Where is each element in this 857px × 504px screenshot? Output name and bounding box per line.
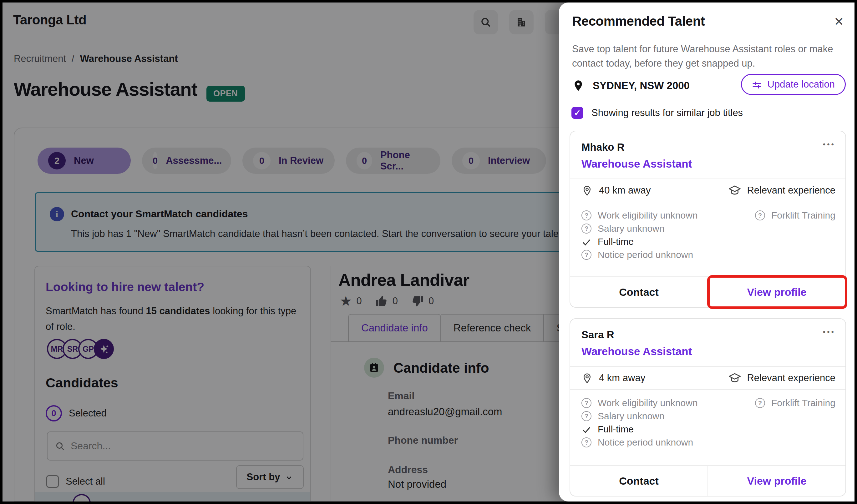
candidate-avatar — [72, 494, 91, 502]
tab-count-badge: 0 — [153, 152, 158, 170]
divider — [570, 389, 845, 390]
detail-item: ?Work eligibility unknown — [582, 397, 698, 410]
talent-role-link[interactable]: Warehouse Assistant — [582, 158, 692, 170]
detail-item: ?Notice period unknown — [582, 248, 698, 261]
tab-count-badge: 0 — [356, 152, 372, 170]
candidate-list-item[interactable] — [35, 492, 310, 502]
check-icon — [582, 424, 591, 435]
candidate-info-icon — [364, 358, 384, 378]
pipeline-tab-phone-screen[interactable]: 0 Phone Scr... — [346, 147, 440, 174]
search-input[interactable] — [71, 440, 271, 452]
star-icon[interactable]: ★ — [340, 295, 352, 307]
tab-label: In Review — [279, 155, 323, 166]
breadcrumb: Recruitment / Warehouse Assistant — [14, 53, 178, 65]
sort-by-button[interactable]: Sort by — [236, 465, 304, 489]
talent-meta-row: 4 km away Relevant experience — [570, 367, 845, 389]
organisation-button[interactable] — [509, 10, 534, 34]
question-icon: ? — [582, 398, 591, 408]
email-value: andreaslu20@gmail.com — [388, 406, 502, 418]
question-icon: ? — [582, 437, 591, 447]
question-icon: ? — [582, 224, 591, 233]
drawer-description-line2: contact today, before they get snapped u… — [572, 56, 833, 71]
detail-text: Salary unknown — [598, 411, 664, 421]
thumb-down-icon[interactable] — [411, 295, 424, 308]
update-location-button[interactable]: Update location — [741, 74, 846, 95]
tab-label: New — [74, 155, 94, 166]
similar-titles-checkbox[interactable]: ✓ — [571, 107, 583, 119]
candidates-heading: Candidates — [46, 375, 118, 390]
talent-role-link[interactable]: Warehouse Assistant — [582, 345, 692, 358]
similar-titles-row[interactable]: ✓ Showing results for similar job titles — [571, 107, 743, 119]
tab-label: Interview — [488, 155, 530, 166]
location-row: SYDNEY, NSW 2000 — [572, 80, 690, 92]
search-icon — [480, 17, 491, 28]
detail-text: Notice period unknown — [598, 249, 693, 260]
search-icon — [55, 441, 65, 451]
detail-item: ?Salary unknown — [582, 222, 698, 235]
global-search-button[interactable] — [473, 10, 498, 34]
selected-label: Selected — [69, 408, 107, 419]
hire-talent-body: SmartMatch has found 15 candidates looki… — [46, 303, 302, 334]
more-options-icon[interactable]: ••• — [823, 328, 836, 336]
detail-text: Forklift Training — [771, 398, 836, 408]
detail-item: Full-time — [582, 235, 698, 248]
check-icon — [582, 236, 591, 247]
building-icon — [516, 17, 527, 28]
talent-meta-row: 40 km away Relevant experience — [570, 179, 845, 202]
detail-text: Work eligibility unknown — [598, 398, 698, 408]
talent-name: Mhako R — [582, 141, 625, 153]
candidate-search[interactable] — [47, 432, 303, 460]
chevron-down-icon — [285, 471, 293, 483]
pipeline-tab-interview[interactable]: 0 Interview — [452, 147, 546, 174]
candidate-name: Andrea Landivar — [338, 270, 469, 290]
drawer-title: Recommended Talent — [572, 14, 705, 29]
banner-title: Contact your SmartMatch candidates — [71, 208, 248, 220]
selected-count-badge: 0 — [46, 405, 62, 421]
more-options-icon[interactable]: ••• — [823, 140, 836, 149]
experience-text: Relevant experience — [747, 372, 836, 384]
pipeline-tab-new[interactable]: 2 New — [37, 147, 131, 174]
location-text: SYDNEY, NSW 2000 — [593, 80, 690, 92]
talent-card-sara: Sara R ••• Warehouse Assistant 4 km away… — [570, 318, 846, 497]
hire-body-prefix: SmartMatch has found — [46, 306, 146, 316]
tab-reference-check[interactable]: Reference check — [441, 314, 544, 342]
tab-count-badge: 0 — [462, 152, 480, 170]
talent-card-mhako: Mhako R ••• Warehouse Assistant 40 km aw… — [570, 131, 846, 308]
contact-button[interactable]: Contact — [570, 277, 708, 307]
company-name: Taronga Ltd — [13, 13, 86, 28]
contact-button[interactable]: Contact — [570, 466, 708, 496]
recommended-talent-drawer: Recommended Talent ✕ Save top talent for… — [559, 2, 855, 502]
question-icon: ? — [582, 250, 591, 260]
detail-text: Full-time — [598, 237, 634, 247]
drawer-description: Save top talent for future Warehouse Ass… — [572, 42, 833, 71]
breadcrumb-separator: / — [72, 53, 74, 65]
detail-item: ?Notice period unknown — [582, 436, 698, 449]
experience-item: Relevant experience — [728, 179, 836, 202]
phone-label: Phone number — [388, 435, 458, 446]
talent-card-footer: Contact View profile — [570, 276, 845, 307]
star-count: 0 — [356, 295, 362, 307]
hire-body-count: 15 candidates — [146, 306, 210, 316]
location-pin-icon — [582, 372, 593, 384]
breadcrumb-recruitment-link[interactable]: Recruitment — [14, 53, 66, 65]
view-profile-button[interactable]: View profile — [708, 466, 845, 496]
thumb-up-icon[interactable] — [375, 295, 388, 308]
experience-text: Relevant experience — [747, 185, 836, 196]
tab-count-badge: 2 — [48, 152, 66, 170]
tab-candidate-info[interactable]: Candidate info — [348, 314, 441, 342]
page-title: Warehouse Assistant — [14, 79, 197, 100]
pipeline-tab-assessment[interactable]: 0 Assessme... — [142, 147, 231, 174]
address-value: Not provided — [388, 479, 446, 490]
select-all-checkbox[interactable] — [46, 475, 59, 488]
close-icon[interactable]: ✕ — [834, 16, 844, 28]
pipeline-tab-in-review[interactable]: 0 In Review — [242, 147, 335, 174]
detail-item: Full-time — [582, 423, 698, 436]
sparkle-icon — [98, 343, 110, 355]
view-profile-button[interactable]: View profile — [708, 277, 845, 307]
breadcrumb-current: Warehouse Assistant — [80, 53, 178, 65]
select-all-row[interactable]: Select all — [46, 475, 105, 488]
location-pin-icon — [572, 80, 585, 92]
detail-item: ?Forklift Training — [755, 209, 836, 222]
talent-card-footer: Contact View profile — [570, 465, 845, 496]
screenshot-frame: Taronga Ltd Recruitment / Warehouse Assi… — [0, 0, 857, 504]
